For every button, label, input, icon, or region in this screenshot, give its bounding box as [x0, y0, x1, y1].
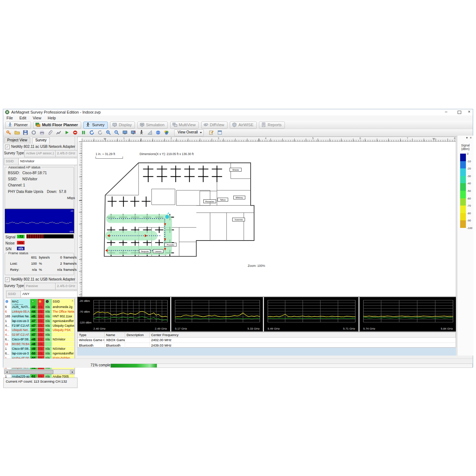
edit-icon[interactable] [208, 129, 216, 136]
mode-tab[interactable]: AirWISE [230, 122, 257, 129]
frame-status-title: Frame status [7, 251, 29, 255]
frame-status-row: 601 bytes/s 0 frames/s [5, 255, 74, 261]
signal-legend-panel: ▾ × Signal (dBm) 0-10-20-30-40-50-60-70-… [457, 136, 473, 356]
ap-count-statusbar: Current AP count: 113 Scanning CH:132 [3, 378, 78, 388]
progress-row: 71% complete [3, 363, 473, 368]
sync-icon[interactable] [96, 129, 104, 136]
ap-table-row[interactable]: 6... lap-cos-us-3 -50 n/a n/a ngenius&sn… [4, 351, 75, 356]
mode-tab[interactable]: MultiView [170, 122, 199, 129]
attach-icon[interactable] [46, 129, 54, 136]
mac-column-header[interactable]: MAC Address [11, 299, 30, 305]
pause-icon[interactable] [79, 129, 87, 136]
palette-icon[interactable] [162, 129, 170, 136]
stop-icon[interactable] [71, 129, 79, 136]
mode-tab[interactable]: Display [110, 122, 135, 129]
ssid-column-header[interactable]: SSID^ [52, 299, 75, 305]
window-title: AirMagnet Survey Professional Edition - … [11, 110, 101, 114]
ap-table-row[interactable]: 4... 02:9F:C2:AF... -47 n/a n/a [4, 332, 75, 337]
ap-table-row[interactable]: 165 Aerohive Ne... -45 n/a n/a HNT 802.1… [4, 314, 75, 319]
ssid-combo[interactable]: NSVisitor [18, 158, 81, 165]
name-column-header[interactable]: Name [105, 332, 125, 337]
mode-tab[interactable]: Planner [5, 122, 31, 129]
adapter2-checkbox[interactable]: ✓ [5, 277, 10, 282]
report-icon[interactable] [216, 129, 224, 136]
mode-tab[interactable]: Simulation [137, 122, 168, 129]
globe-icon[interactable] [4, 299, 11, 305]
scrollbar-thumb[interactable] [9, 370, 53, 374]
display-icon [112, 122, 117, 127]
display-monitor2-icon[interactable] [129, 129, 137, 136]
measure-icon[interactable] [146, 129, 154, 136]
adapter1-checkbox[interactable]: ✓ [5, 145, 10, 149]
interferer-row[interactable]: Wireless Game Contr... XBOX Game ... 240… [78, 338, 456, 343]
menu-item[interactable]: File [3, 115, 16, 120]
frame-status-row: Lost: 100 % 2 frames/s [5, 261, 74, 268]
ssid2-combo[interactable]: ANY [21, 291, 81, 298]
multi-floor-icon [35, 122, 40, 127]
print-icon[interactable] [38, 129, 46, 136]
play-icon[interactable] [63, 129, 71, 136]
type-column-header[interactable]: Type [78, 332, 105, 337]
spectrum-chart-2-4ghz: -20 dBm -70 dBm -120 dBm 2.40 GHz 2.49 G… [78, 297, 170, 331]
airwise-icon [232, 122, 237, 127]
tab-project-view[interactable]: Project View [4, 137, 30, 144]
sn-col-icon[interactable]: / [45, 299, 52, 305]
interferer-row[interactable]: Bluetooth Bluetooth 2439.03 MHz [78, 343, 456, 348]
ap-table-row[interactable]: 1 Cisco-8F:08... -49 n/a n/a NSVisitor [4, 347, 75, 351]
spectrum-chart-5-17ghz: 5.17 GHz 5.33 GHz [171, 297, 263, 331]
open-folder-icon[interactable] [13, 129, 21, 136]
mode-tab[interactable]: DiffView [201, 122, 228, 129]
chart-icon[interactable] [54, 129, 62, 136]
ap-table-row[interactable]: 6... Cisco-8F:08... -48 n/a n/a NSVisito… [4, 337, 75, 342]
globe-icon[interactable] [154, 129, 162, 136]
view-overall-dropdown[interactable]: View Overall [174, 129, 204, 136]
collapse-panel-icon[interactable]: ▾ [466, 136, 468, 140]
frame-status-group: Frame status 601 bytes/s 0 frames/s [5, 253, 74, 275]
menu-item[interactable]: Help [44, 115, 59, 120]
ap-table-row[interactable]: 4... F2:9F:C2:AF... -47 n/a n/a Ubiquity… [4, 323, 75, 328]
walk-icon[interactable] [137, 129, 145, 136]
floorplan-viewport: 12345678 1 in. = 31.29 ft Dimensions(X x… [77, 137, 456, 297]
menu-item[interactable]: View [30, 115, 45, 120]
ap-table-row[interactable]: 11 B0:BE:76:B4... -48 n/a [4, 342, 75, 347]
menu-item[interactable]: Edit [16, 115, 30, 120]
frame-status-row: Retry: n/a % n/a frames/s [5, 268, 74, 274]
noise-badge: n/a [17, 241, 25, 244]
signal-col-icon[interactable]: S [30, 299, 38, 305]
signal-label: Signal [5, 235, 16, 239]
tab-survey[interactable]: Survey [32, 137, 50, 144]
ap-table-row[interactable]: 6 Linksys-05:A... -44 n/a n/a The Office… [4, 309, 75, 314]
zoom-in-icon[interactable] [104, 129, 112, 136]
description-column-header[interactable]: Description [125, 332, 150, 337]
record-icon[interactable] [30, 129, 38, 136]
close-panel-icon[interactable]: × [470, 136, 472, 140]
graph-bottom-tick: -100 [69, 230, 73, 233]
mode-tab[interactable]: Survey [83, 122, 107, 129]
ap-table-row[interactable]: 1 lap-cos-us-3 -47 n/a n/a ngenius&sniff… [4, 319, 75, 323]
key-icon[interactable] [5, 129, 13, 136]
minimize-button[interactable]: – [442, 109, 450, 115]
refresh-icon[interactable] [88, 129, 96, 136]
scale-text: 1 in. = 31.29 ft [96, 152, 115, 156]
ruler-marker-icon [103, 138, 106, 140]
room-label: Whitney [235, 197, 243, 199]
scroll-right-arrow[interactable] [70, 370, 74, 374]
progress-bar [110, 363, 473, 368]
close-button[interactable]: × [465, 109, 473, 115]
scroll-left-arrow[interactable] [5, 370, 9, 374]
bssid-label: BSSID: [8, 171, 20, 175]
ap-table-row[interactable]: 4... Ubiquiti Net... -47 n/a n/a Ubiquit… [4, 328, 75, 332]
mode-tab[interactable]: Multi Floor Planner [33, 122, 81, 129]
save-icon[interactable] [21, 129, 29, 136]
empty-panel [77, 348, 456, 356]
ap-table-hscrollbar[interactable] [4, 369, 75, 374]
noise-col-icon[interactable]: N [38, 299, 45, 305]
ap-table-row[interactable]: 6 J125_ NATI... -42 n/a n/a andromeda 2g [4, 305, 75, 309]
maximize-button[interactable] [458, 111, 461, 114]
interferer-table-header: Type Name Description Center Frequency [78, 332, 456, 338]
display-monitor-icon[interactable] [121, 129, 129, 136]
frequency-column-header[interactable]: Center Frequency [150, 332, 456, 337]
phy-up-value: n/a [38, 190, 43, 194]
zoom-out-icon[interactable] [113, 129, 120, 136]
mode-tab[interactable]: Reports [259, 122, 285, 129]
